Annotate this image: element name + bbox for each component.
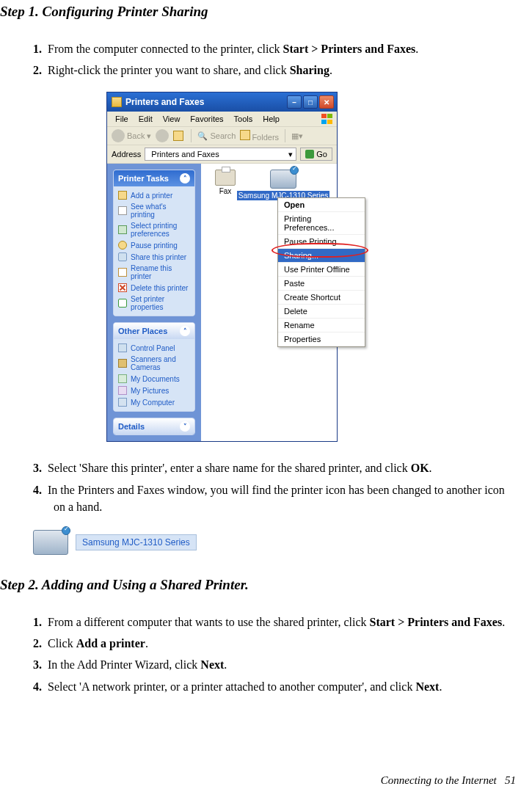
step2-item-3: 3. In the Add Printer Wizard, click Next… [33,656,517,673]
printer-item[interactable]: Samsung MJC-1310 Series [254,170,313,200]
place-my-computer[interactable]: My Computer [118,396,190,408]
task-pause[interactable]: Pause printing [118,239,190,251]
step2-item-2: 2. Click Add a printer. [33,635,517,652]
step1-item-2: 2. Right-click the printer you want to s… [33,62,517,79]
main-pane[interactable]: Fax Samsung MJC-1310 Series Open Printin… [201,164,337,441]
task-add-printer[interactable]: Add a printer [118,189,190,201]
folders-icon [240,130,250,140]
my-pictures-icon [118,386,127,395]
shared-printer-label: Samsung MJC-1310 Series [76,534,197,550]
menubar[interactable]: File Edit View Favorites Tools Help [107,112,337,127]
toolbar: Back ▾ 🔍 Search Folders ▦▾ [107,127,337,145]
fax-label: Fax [219,187,232,195]
forward-button[interactable] [156,129,169,142]
control-panel-icon [118,343,127,352]
printer-tasks-panel: Printer Tasks˄ Add a printer See what's … [113,170,195,316]
pause-icon [118,241,127,250]
fax-icon [215,170,236,186]
prefs-icon [118,225,127,234]
other-places-panel: Other Places˄ Control Panel Scanners and… [113,322,195,412]
titlebar[interactable]: Printers and Faxes – □ ✕ [107,92,337,112]
place-control-panel[interactable]: Control Panel [118,342,190,354]
menu-favorites[interactable]: Favorites [185,113,228,125]
chevron-icon: ˄ [180,173,190,183]
place-my-documents[interactable]: My Documents [118,373,190,385]
search-button[interactable]: 🔍 Search [197,131,236,141]
minimize-button[interactable]: – [287,95,302,109]
delete-icon [118,283,127,292]
footer: Connecting to the Internet 51 [381,774,516,787]
chevron-icon: ˅ [180,421,190,432]
step2-item-1: 1. From a different computer that wants … [33,614,517,630]
step1-item-3: 3. Select 'Share this printer', enter a … [33,459,517,476]
ctx-open[interactable]: Open [278,198,365,212]
other-places-header[interactable]: Other Places˄ [114,323,194,339]
ctx-rename[interactable]: Rename [278,319,365,332]
chevron-icon: ˄ [180,326,190,336]
my-computer-icon [118,398,127,407]
section-heading-step1: Step 1. Configuring Printer Sharing [0,4,517,20]
ctx-paste[interactable]: Paste [278,277,365,291]
views-button[interactable]: ▦▾ [291,131,303,141]
properties-icon [118,299,127,308]
windows-logo-icon [321,113,334,125]
scanners-icon [118,359,127,368]
shared-printer-icon [33,530,68,555]
printer-icon [270,170,296,189]
printers-faxes-window: Printers and Faxes – □ ✕ File Edit View … [106,92,338,442]
menu-tools[interactable]: Tools [229,113,258,125]
address-bar: Address Printers and Faxes▾ Go [107,145,337,164]
up-button[interactable] [173,131,183,141]
context-menu: Open Printing Preferences... Pause Print… [277,197,365,347]
task-properties[interactable]: Set printer properties [118,294,190,313]
add-printer-icon [118,191,127,200]
folders-button[interactable]: Folders [240,130,279,142]
section-heading-step2: Step 2. Adding and Using a Shared Printe… [0,577,517,593]
go-button[interactable]: Go [300,148,332,161]
task-rename[interactable]: Rename this printer [118,263,190,282]
ctx-prefs[interactable]: Printing Preferences... [278,212,365,235]
ctx-offline[interactable]: Use Printer Offline [278,263,365,277]
task-select-prefs[interactable]: Select printing preferences [118,220,190,239]
step2-item-4: 4. Select 'A network printer, or a print… [33,678,517,695]
maximize-button[interactable]: □ [303,95,318,109]
printer-tasks-header[interactable]: Printer Tasks˄ [114,170,194,186]
step2-list: 1. From a different computer that wants … [0,614,517,695]
step1-list: 1. From the computer connected to the pr… [0,40,517,79]
menu-edit[interactable]: Edit [134,113,158,125]
details-header[interactable]: Details˅ [114,418,194,434]
ctx-delete[interactable]: Delete [278,305,365,319]
place-scanners[interactable]: Scanners and Cameras [118,354,190,373]
see-printing-icon [118,206,127,215]
menu-help[interactable]: Help [258,113,285,125]
address-field[interactable]: Printers and Faxes▾ [145,148,296,161]
task-see-printing[interactable]: See what's printing [118,201,190,220]
ctx-sharing[interactable]: Sharing... [278,249,365,263]
side-pane: Printer Tasks˄ Add a printer See what's … [107,164,201,441]
step1-list-cont: 3. Select 'Share this printer', enter a … [0,459,517,515]
my-documents-icon [118,374,127,383]
shared-printer-illustration: Samsung MJC-1310 Series [33,530,517,555]
close-button[interactable]: ✕ [319,95,334,109]
rename-icon [118,268,127,277]
title-text: Printers and Faxes [125,97,287,107]
ctx-shortcut[interactable]: Create Shortcut [278,291,365,305]
task-share[interactable]: Share this printer [118,251,190,263]
ctx-pause[interactable]: Pause Printing [278,235,365,249]
step1-item-1: 1. From the computer connected to the pr… [33,40,517,57]
place-my-pictures[interactable]: My Pictures [118,385,190,396]
details-panel: Details˅ [113,418,195,435]
titlebar-icon [112,97,122,107]
menu-file[interactable]: File [110,113,134,125]
step1-item-4: 4. In the Printers and Faxes window, you… [33,481,517,515]
ctx-properties[interactable]: Properties [278,332,365,346]
menu-view[interactable]: View [158,113,186,125]
address-label: Address [112,150,141,159]
back-button[interactable]: Back ▾ [112,129,151,142]
back-icon [112,129,125,142]
share-icon [118,252,127,261]
task-delete[interactable]: Delete this printer [118,282,190,294]
